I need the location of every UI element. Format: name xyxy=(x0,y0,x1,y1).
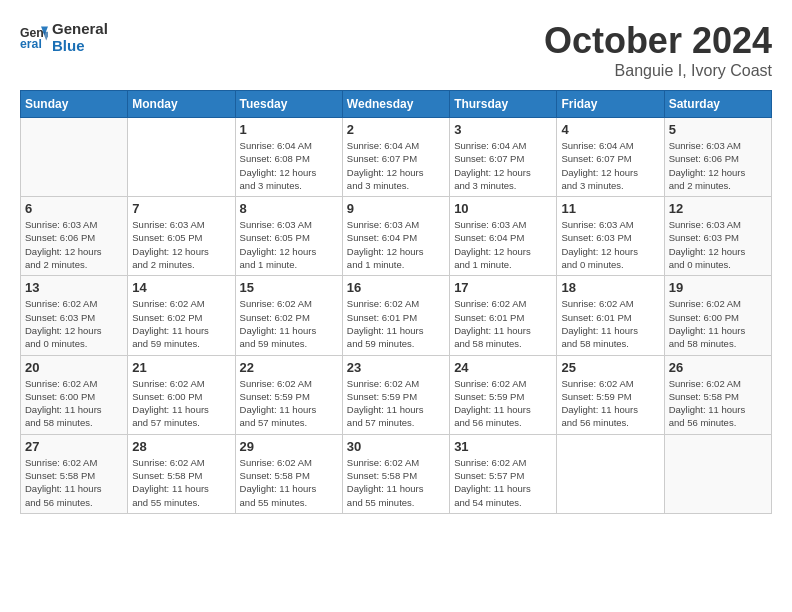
day-number: 27 xyxy=(25,439,123,454)
day-number: 15 xyxy=(240,280,338,295)
calendar-cell: 24Sunrise: 6:02 AM Sunset: 5:59 PM Dayli… xyxy=(450,355,557,434)
calendar-cell: 27Sunrise: 6:02 AM Sunset: 5:58 PM Dayli… xyxy=(21,434,128,513)
day-number: 6 xyxy=(25,201,123,216)
day-number: 24 xyxy=(454,360,552,375)
title-area: October 2024 Banguie I, Ivory Coast xyxy=(544,20,772,80)
day-info: Sunrise: 6:02 AM Sunset: 5:59 PM Dayligh… xyxy=(454,377,552,430)
calendar-cell xyxy=(664,434,771,513)
weekday-header-monday: Monday xyxy=(128,91,235,118)
day-number: 21 xyxy=(132,360,230,375)
day-number: 18 xyxy=(561,280,659,295)
day-info: Sunrise: 6:02 AM Sunset: 6:02 PM Dayligh… xyxy=(132,297,230,350)
day-number: 22 xyxy=(240,360,338,375)
calendar-cell: 6Sunrise: 6:03 AM Sunset: 6:06 PM Daylig… xyxy=(21,197,128,276)
day-number: 9 xyxy=(347,201,445,216)
calendar-cell: 3Sunrise: 6:04 AM Sunset: 6:07 PM Daylig… xyxy=(450,118,557,197)
calendar-week-2: 6Sunrise: 6:03 AM Sunset: 6:06 PM Daylig… xyxy=(21,197,772,276)
weekday-header-wednesday: Wednesday xyxy=(342,91,449,118)
day-info: Sunrise: 6:03 AM Sunset: 6:04 PM Dayligh… xyxy=(454,218,552,271)
calendar-cell: 4Sunrise: 6:04 AM Sunset: 6:07 PM Daylig… xyxy=(557,118,664,197)
calendar-cell xyxy=(557,434,664,513)
page-header: Gen eral General Blue October 2024 Bangu… xyxy=(20,20,772,80)
calendar-cell: 19Sunrise: 6:02 AM Sunset: 6:00 PM Dayli… xyxy=(664,276,771,355)
calendar-cell: 28Sunrise: 6:02 AM Sunset: 5:58 PM Dayli… xyxy=(128,434,235,513)
day-info: Sunrise: 6:02 AM Sunset: 5:58 PM Dayligh… xyxy=(347,456,445,509)
day-number: 5 xyxy=(669,122,767,137)
day-info: Sunrise: 6:04 AM Sunset: 6:08 PM Dayligh… xyxy=(240,139,338,192)
day-info: Sunrise: 6:02 AM Sunset: 5:59 PM Dayligh… xyxy=(240,377,338,430)
calendar-table: SundayMondayTuesdayWednesdayThursdayFrid… xyxy=(20,90,772,514)
calendar-cell: 21Sunrise: 6:02 AM Sunset: 6:00 PM Dayli… xyxy=(128,355,235,434)
day-number: 31 xyxy=(454,439,552,454)
calendar-cell: 26Sunrise: 6:02 AM Sunset: 5:58 PM Dayli… xyxy=(664,355,771,434)
calendar-week-3: 13Sunrise: 6:02 AM Sunset: 6:03 PM Dayli… xyxy=(21,276,772,355)
logo-blue: Blue xyxy=(52,37,108,54)
day-number: 11 xyxy=(561,201,659,216)
calendar-cell: 12Sunrise: 6:03 AM Sunset: 6:03 PM Dayli… xyxy=(664,197,771,276)
calendar-cell: 23Sunrise: 6:02 AM Sunset: 5:59 PM Dayli… xyxy=(342,355,449,434)
day-info: Sunrise: 6:02 AM Sunset: 6:00 PM Dayligh… xyxy=(132,377,230,430)
day-info: Sunrise: 6:03 AM Sunset: 6:05 PM Dayligh… xyxy=(132,218,230,271)
day-number: 1 xyxy=(240,122,338,137)
day-info: Sunrise: 6:02 AM Sunset: 6:02 PM Dayligh… xyxy=(240,297,338,350)
day-number: 8 xyxy=(240,201,338,216)
day-number: 3 xyxy=(454,122,552,137)
day-info: Sunrise: 6:04 AM Sunset: 6:07 PM Dayligh… xyxy=(347,139,445,192)
day-info: Sunrise: 6:02 AM Sunset: 5:58 PM Dayligh… xyxy=(669,377,767,430)
calendar-cell: 20Sunrise: 6:02 AM Sunset: 6:00 PM Dayli… xyxy=(21,355,128,434)
day-info: Sunrise: 6:03 AM Sunset: 6:03 PM Dayligh… xyxy=(561,218,659,271)
logo: Gen eral General Blue xyxy=(20,20,108,54)
calendar-cell: 13Sunrise: 6:02 AM Sunset: 6:03 PM Dayli… xyxy=(21,276,128,355)
calendar-cell: 9Sunrise: 6:03 AM Sunset: 6:04 PM Daylig… xyxy=(342,197,449,276)
day-number: 16 xyxy=(347,280,445,295)
day-info: Sunrise: 6:02 AM Sunset: 5:58 PM Dayligh… xyxy=(25,456,123,509)
day-info: Sunrise: 6:04 AM Sunset: 6:07 PM Dayligh… xyxy=(561,139,659,192)
day-number: 20 xyxy=(25,360,123,375)
day-info: Sunrise: 6:02 AM Sunset: 6:00 PM Dayligh… xyxy=(669,297,767,350)
calendar-cell: 30Sunrise: 6:02 AM Sunset: 5:58 PM Dayli… xyxy=(342,434,449,513)
day-number: 25 xyxy=(561,360,659,375)
day-info: Sunrise: 6:02 AM Sunset: 5:59 PM Dayligh… xyxy=(347,377,445,430)
logo-icon: Gen eral xyxy=(20,23,48,51)
day-number: 13 xyxy=(25,280,123,295)
calendar-cell: 8Sunrise: 6:03 AM Sunset: 6:05 PM Daylig… xyxy=(235,197,342,276)
weekday-header-tuesday: Tuesday xyxy=(235,91,342,118)
day-info: Sunrise: 6:02 AM Sunset: 5:57 PM Dayligh… xyxy=(454,456,552,509)
day-info: Sunrise: 6:02 AM Sunset: 5:59 PM Dayligh… xyxy=(561,377,659,430)
day-number: 30 xyxy=(347,439,445,454)
weekday-header-thursday: Thursday xyxy=(450,91,557,118)
day-info: Sunrise: 6:04 AM Sunset: 6:07 PM Dayligh… xyxy=(454,139,552,192)
day-info: Sunrise: 6:02 AM Sunset: 6:01 PM Dayligh… xyxy=(454,297,552,350)
svg-text:eral: eral xyxy=(20,37,42,51)
calendar-cell: 29Sunrise: 6:02 AM Sunset: 5:58 PM Dayli… xyxy=(235,434,342,513)
day-info: Sunrise: 6:02 AM Sunset: 5:58 PM Dayligh… xyxy=(240,456,338,509)
calendar-cell: 17Sunrise: 6:02 AM Sunset: 6:01 PM Dayli… xyxy=(450,276,557,355)
calendar-cell: 22Sunrise: 6:02 AM Sunset: 5:59 PM Dayli… xyxy=(235,355,342,434)
day-number: 14 xyxy=(132,280,230,295)
day-number: 12 xyxy=(669,201,767,216)
calendar-cell: 5Sunrise: 6:03 AM Sunset: 6:06 PM Daylig… xyxy=(664,118,771,197)
day-info: Sunrise: 6:03 AM Sunset: 6:06 PM Dayligh… xyxy=(25,218,123,271)
calendar-cell: 14Sunrise: 6:02 AM Sunset: 6:02 PM Dayli… xyxy=(128,276,235,355)
calendar-cell: 18Sunrise: 6:02 AM Sunset: 6:01 PM Dayli… xyxy=(557,276,664,355)
day-number: 2 xyxy=(347,122,445,137)
calendar-cell: 2Sunrise: 6:04 AM Sunset: 6:07 PM Daylig… xyxy=(342,118,449,197)
day-number: 26 xyxy=(669,360,767,375)
weekday-header-sunday: Sunday xyxy=(21,91,128,118)
calendar-cell: 7Sunrise: 6:03 AM Sunset: 6:05 PM Daylig… xyxy=(128,197,235,276)
calendar-cell: 31Sunrise: 6:02 AM Sunset: 5:57 PM Dayli… xyxy=(450,434,557,513)
location-title: Banguie I, Ivory Coast xyxy=(544,62,772,80)
day-number: 19 xyxy=(669,280,767,295)
day-info: Sunrise: 6:03 AM Sunset: 6:05 PM Dayligh… xyxy=(240,218,338,271)
calendar-week-4: 20Sunrise: 6:02 AM Sunset: 6:00 PM Dayli… xyxy=(21,355,772,434)
weekday-header-friday: Friday xyxy=(557,91,664,118)
day-info: Sunrise: 6:02 AM Sunset: 6:01 PM Dayligh… xyxy=(347,297,445,350)
day-info: Sunrise: 6:02 AM Sunset: 6:01 PM Dayligh… xyxy=(561,297,659,350)
month-title: October 2024 xyxy=(544,20,772,62)
calendar-cell: 15Sunrise: 6:02 AM Sunset: 6:02 PM Dayli… xyxy=(235,276,342,355)
day-number: 17 xyxy=(454,280,552,295)
day-number: 28 xyxy=(132,439,230,454)
day-info: Sunrise: 6:02 AM Sunset: 6:00 PM Dayligh… xyxy=(25,377,123,430)
calendar-cell xyxy=(21,118,128,197)
calendar-cell: 25Sunrise: 6:02 AM Sunset: 5:59 PM Dayli… xyxy=(557,355,664,434)
